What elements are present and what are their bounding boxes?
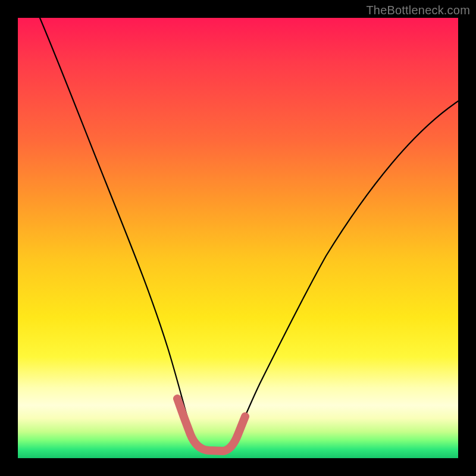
chart-frame: TheBottleneck.com <box>0 0 476 476</box>
curve-layer <box>18 18 458 458</box>
watermark-text: TheBottleneck.com <box>366 4 470 17</box>
plot-area <box>18 18 458 458</box>
bottleneck-curve <box>40 18 458 453</box>
optimal-range-marker <box>177 399 245 451</box>
